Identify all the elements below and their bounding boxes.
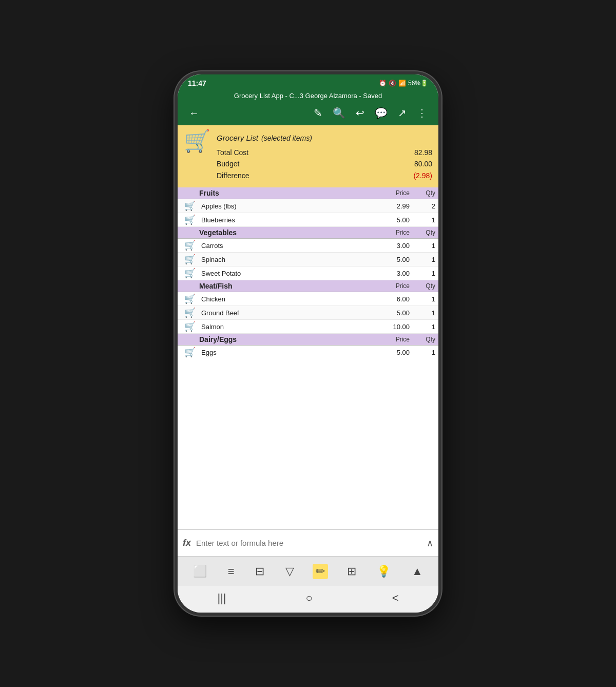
table-row[interactable]: 🛒 Chicken 6.00 1 (178, 292, 438, 306)
insert-row-icon[interactable]: ⊟ (253, 563, 266, 580)
filter-icon[interactable]: ▽ (283, 563, 296, 580)
status-icons: ⏰ 🔇 📶 56%🔋 (379, 80, 428, 87)
item-qty: 1 (412, 270, 435, 277)
cart-icon: 🛒 (181, 254, 199, 265)
view-icon[interactable]: ⬜ (191, 563, 209, 580)
item-qty: 2 (412, 202, 435, 210)
item-name: Blueberries (199, 216, 376, 224)
item-price: 3.00 (376, 270, 412, 277)
nav-bar: ||| ○ < (178, 586, 438, 613)
undo-icon[interactable]: ↩ (353, 106, 368, 120)
item-price: 5.00 (376, 216, 412, 224)
difference-label: Difference (217, 170, 401, 181)
category-name: Meat/Fish (199, 282, 376, 290)
item-name: Eggs (199, 349, 376, 356)
item-qty: 1 (412, 309, 435, 317)
table-row[interactable]: 🛒 Eggs 5.00 1 (178, 346, 438, 358)
time: 11:47 (188, 79, 206, 87)
price-col-header: Price (376, 336, 412, 343)
item-qty: 1 (412, 256, 435, 263)
grocery-list-title: Grocery List (selected items) (217, 130, 432, 144)
item-name: Carrots (199, 242, 376, 250)
share-icon[interactable]: ↗ (395, 106, 410, 120)
budget-value: 80.00 (401, 158, 432, 169)
cart-icon: 🛒 (181, 200, 199, 212)
total-cost-label: Total Cost (217, 147, 401, 158)
formula-expand-icon[interactable]: ∧ (427, 538, 433, 549)
status-bar: 11:47 ⏰ 🔇 📶 56%🔋 (178, 74, 438, 91)
mute-icon: 🔇 (389, 80, 396, 87)
back-button[interactable]: ← (186, 106, 202, 120)
cart-icon: 🛒 (181, 347, 199, 358)
item-price: 6.00 (376, 295, 412, 303)
search-icon[interactable]: 🔍 (330, 106, 349, 120)
nav-back-icon[interactable]: < (392, 591, 399, 605)
budget-row: Budget 80.00 (217, 158, 432, 169)
header-section: 🛒 Grocery List (selected items) Total Co… (178, 125, 438, 187)
header-info: Grocery List (selected items) Total Cost… (217, 130, 432, 181)
item-qty: 1 (412, 216, 435, 224)
category-name: Dairy/Eggs (199, 335, 376, 344)
comment-icon[interactable]: 💬 (372, 106, 391, 120)
highlight-icon[interactable]: ✏ (313, 564, 328, 579)
table-row[interactable]: 🛒 Salmon 10.00 1 (178, 320, 438, 334)
item-name: Sweet Potato (199, 270, 376, 277)
item-qty: 1 (412, 242, 435, 250)
table-row[interactable]: 🛒 Apples (lbs) 2.99 2 (178, 199, 438, 213)
price-col-header: Price (376, 229, 412, 236)
category-header: Fruits Price Qty (178, 187, 438, 199)
item-name: Salmon (199, 323, 376, 331)
collapse-icon[interactable]: ▲ (410, 563, 425, 580)
summary-table: Total Cost 82.98 Budget 80.00 Difference… (217, 147, 432, 181)
table-row[interactable]: 🛒 Carrots 3.00 1 (178, 239, 438, 253)
price-col-header: Price (376, 189, 412, 197)
table-row[interactable]: 🛒 Sweet Potato 3.00 1 (178, 266, 438, 280)
category-header: Meat/Fish Price Qty (178, 280, 438, 292)
item-price: 5.00 (376, 256, 412, 263)
table-icon[interactable]: ⊞ (345, 563, 358, 580)
qty-col-header: Qty (412, 282, 435, 290)
table-row[interactable]: 🛒 Ground Beef 5.00 1 (178, 306, 438, 320)
cart-icon: 🛒 (181, 307, 199, 318)
item-qty: 1 (412, 323, 435, 331)
total-cost-row: Total Cost 82.98 (217, 147, 432, 158)
content-area: 🛒 Grocery List (selected items) Total Co… (178, 125, 438, 529)
formula-bar: fx ∧ (178, 529, 438, 556)
qty-col-header: Qty (412, 189, 435, 197)
item-name: Chicken (199, 295, 376, 303)
category-name: Fruits (199, 189, 376, 197)
item-name: Spinach (199, 256, 376, 263)
idea-icon[interactable]: 💡 (375, 563, 393, 580)
item-name: Ground Beef (199, 309, 376, 317)
phone-frame: 11:47 ⏰ 🔇 📶 56%🔋 Grocery List App - C...… (175, 71, 441, 616)
cart-icon: 🛒 (181, 293, 199, 304)
table-row[interactable]: 🛒 Spinach 5.00 1 (178, 253, 438, 266)
signal-icon: 📶 (398, 80, 406, 87)
cart-icon: 🛒 (181, 214, 199, 225)
table-row[interactable]: 🛒 Blueberries 5.00 1 (178, 213, 438, 227)
cart-icon: 🛒 (181, 268, 199, 279)
nav-menu-icon[interactable]: ||| (217, 591, 226, 605)
spreadsheet[interactable]: Fruits Price Qty 🛒 Apples (lbs) 2.99 2 🛒… (178, 187, 438, 358)
category-name: Vegetables (199, 228, 376, 237)
app-title-bar: Grocery List App - C...3 George Alzamora… (178, 91, 438, 103)
more-icon[interactable]: ⋮ (414, 106, 430, 120)
item-price: 5.00 (376, 349, 412, 356)
cart-icon: 🛒 (181, 321, 199, 332)
empty-rows (178, 358, 438, 529)
header-subtitle: (selected items) (261, 134, 312, 142)
format-icon[interactable]: ≡ (226, 563, 237, 580)
nav-home-icon[interactable]: ○ (305, 591, 312, 605)
toolbar: ← ✎ 🔍 ↩ 💬 ↗ ⋮ (178, 103, 438, 125)
difference-value: (2.98) (401, 170, 432, 181)
formula-input[interactable] (196, 539, 427, 547)
cart-icon: 🛒 (184, 130, 210, 152)
item-qty: 1 (412, 295, 435, 303)
cart-icon: 🛒 (181, 240, 199, 251)
battery-icon: 56%🔋 (408, 80, 428, 87)
budget-label: Budget (217, 158, 401, 169)
toolbar-right-icons: ✎ 🔍 ↩ 💬 ↗ ⋮ (311, 106, 430, 120)
edit-icon[interactable]: ✎ (311, 106, 325, 120)
alarm-icon: ⏰ (379, 80, 387, 87)
qty-col-header: Qty (412, 229, 435, 236)
